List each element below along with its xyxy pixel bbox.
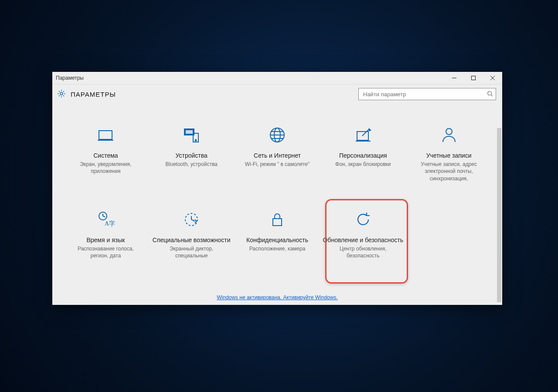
personalization-icon xyxy=(354,125,373,145)
tiles-grid: Система Экран, уведомления, приложения У… xyxy=(52,124,502,261)
svg-point-12 xyxy=(195,140,197,141)
tile-personalization[interactable]: Персонализация Фон, экран блокировки xyxy=(320,124,406,184)
svg-line-6 xyxy=(491,95,493,96)
scrollbar[interactable] xyxy=(496,128,502,305)
tile-title: Учетные записи xyxy=(426,152,472,159)
tile-desc: Wi-Fi, режим " в самолете" xyxy=(245,161,310,168)
tile-time-language[interactable]: A字 Время и язык Распознавание голоса, ре… xyxy=(63,208,149,261)
tile-title: Время и язык xyxy=(86,236,125,244)
tile-ease-of-access[interactable]: Специальные возможности Экранный диктор,… xyxy=(149,208,235,261)
tile-title: Обновление и безопасность xyxy=(323,236,403,244)
window-title: Параметры xyxy=(56,75,84,81)
svg-line-24 xyxy=(103,216,105,217)
scrollbar-thumb[interactable] xyxy=(497,128,501,302)
svg-point-5 xyxy=(488,91,492,95)
tile-title: Система xyxy=(93,152,118,159)
brand: ПАРАМЕТРЫ xyxy=(57,89,116,100)
tile-desc: Распознавание голоса, регион, дата xyxy=(68,245,143,259)
titlebar: Параметры xyxy=(52,72,502,84)
svg-rect-10 xyxy=(185,130,193,134)
ease-of-access-icon xyxy=(182,210,201,229)
tile-desc: Фон, экран блокировки xyxy=(335,161,391,168)
tile-desc: Расположение, камера xyxy=(249,245,306,252)
devices-icon xyxy=(182,125,201,145)
tile-title: Специальные возможности xyxy=(153,236,231,244)
tile-title: Персонализация xyxy=(339,152,387,159)
gear-icon xyxy=(57,89,66,100)
tile-desc: Bluetooth, устройства xyxy=(166,161,218,168)
maximize-button[interactable] xyxy=(464,72,483,84)
update-icon xyxy=(354,210,373,229)
tile-desc: Учетные записи, адрес электронной почты,… xyxy=(412,161,486,182)
tile-privacy[interactable]: Конфиденциальность Расположение, камера xyxy=(235,208,320,261)
tile-accounts[interactable]: Учетные записи Учетные записи, адрес эле… xyxy=(406,124,492,184)
search-icon xyxy=(487,91,493,98)
time-language-icon: A字 xyxy=(96,210,115,229)
svg-rect-7 xyxy=(99,131,112,139)
minimize-button[interactable] xyxy=(445,72,464,84)
settings-window: Параметры ПАРАМЕТРЫ xyxy=(52,72,502,305)
svg-rect-1 xyxy=(472,76,476,80)
tile-title: Устройства xyxy=(176,152,208,159)
display-icon xyxy=(96,125,115,145)
tile-desc: Экранный диктор, специальные xyxy=(154,245,228,259)
svg-point-21 xyxy=(446,128,452,135)
svg-rect-27 xyxy=(273,219,282,226)
tile-devices[interactable]: Устройства Bluetooth, устройства xyxy=(149,124,235,184)
svg-point-4 xyxy=(60,92,63,95)
tile-network[interactable]: Сеть и Интернет Wi-Fi, режим " в самолет… xyxy=(235,124,320,184)
close-button[interactable] xyxy=(483,72,502,84)
window-controls xyxy=(445,72,502,84)
tile-title: Сеть и Интернет xyxy=(254,152,301,159)
tile-title: Конфиденциальность xyxy=(246,236,308,244)
search-input[interactable] xyxy=(362,91,487,98)
lock-icon xyxy=(268,210,287,229)
page-title: ПАРАМЕТРЫ xyxy=(71,91,116,98)
person-icon xyxy=(439,125,459,145)
header-row: ПАРАМЕТРЫ xyxy=(52,84,502,104)
activation-notice: Windows не активирована. Активируйте Win… xyxy=(52,294,502,301)
search-box[interactable] xyxy=(358,88,496,100)
globe-icon xyxy=(268,125,287,145)
svg-text:A字: A字 xyxy=(105,220,115,227)
activation-link[interactable]: Windows не активирована. Активируйте Win… xyxy=(217,294,338,301)
tile-system[interactable]: Система Экран, уведомления, приложения xyxy=(63,124,149,184)
tile-desc: Центр обновления, безопасность xyxy=(326,245,400,259)
tile-desc: Экран, уведомления, приложения xyxy=(68,161,143,175)
content-area: Система Экран, уведомления, приложения У… xyxy=(52,104,502,305)
tile-update-security[interactable]: Обновление и безопасность Центр обновлен… xyxy=(320,208,406,261)
